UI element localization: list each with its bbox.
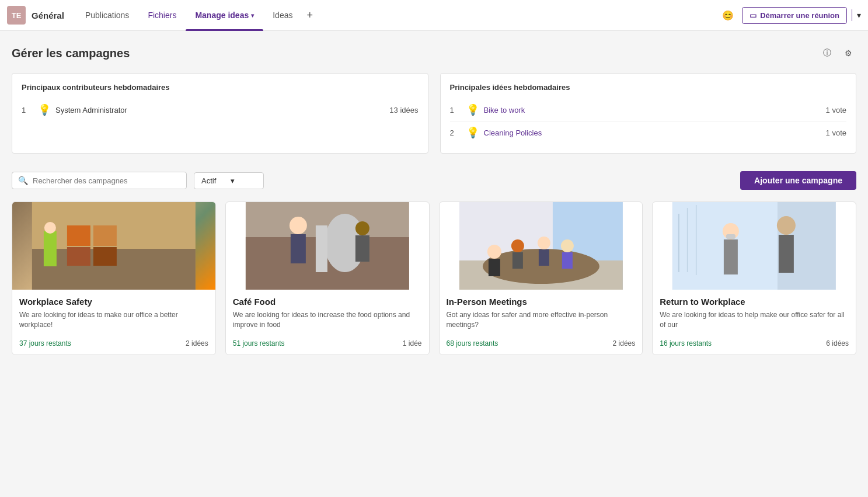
svg-rect-37	[779, 235, 794, 273]
top-ideas-panel: Principales idées hebdomadaires 1 💡 Bike…	[440, 73, 857, 154]
svg-rect-3	[93, 225, 117, 246]
card-desc-in-person-meetings: Got any ideas for safer and more effecti…	[447, 310, 636, 333]
nav-tab-fichiers[interactable]: Fichiers	[138, 0, 186, 31]
svg-rect-13	[291, 234, 306, 263]
card-days-in-person-meetings: 68 jours restants	[447, 339, 499, 347]
nav-tabs: Publications Fichiers Manage ideas ▾ Ide…	[76, 0, 318, 31]
campaign-card-workplace-safety[interactable]: Workplace Safety We are looking for idea…	[12, 201, 216, 355]
idea-votes-1: 1 vote	[826, 106, 846, 114]
idea-name-1[interactable]: Bike to work	[484, 106, 821, 114]
svg-point-14	[355, 221, 369, 235]
card-ideas-cafe-food: 1 idée	[403, 339, 422, 347]
card-image-in-person-meetings	[440, 202, 643, 290]
svg-rect-27	[562, 252, 572, 269]
svg-point-26	[560, 239, 573, 252]
manage-ideas-chevron: ▾	[251, 12, 254, 19]
contributor-icon-1: 💡	[38, 103, 51, 116]
top-navigation: TE Général Publications Fichiers Manage …	[0, 0, 868, 31]
svg-rect-34	[724, 239, 738, 274]
svg-point-22	[511, 239, 524, 252]
card-body-workplace-safety: Workplace Safety We are looking for idea…	[12, 290, 215, 354]
filter-bar: 🔍 Actif ▾ Ajouter une campagne	[12, 171, 856, 190]
svg-rect-21	[488, 259, 500, 276]
add-campaign-button[interactable]: Ajouter une campagne	[740, 171, 856, 190]
nav-tab-publications[interactable]: Publications	[76, 0, 139, 31]
svg-rect-6	[44, 231, 57, 266]
card-footer-in-person-meetings: 68 jours restants 2 idées	[447, 339, 636, 347]
card-image-cafe-food	[226, 202, 429, 290]
card-body-in-person-meetings: In-Person Meetings Got any ideas for saf…	[440, 290, 643, 354]
page-header: Gérer les campagnes ⓘ ⚙	[12, 45, 856, 61]
svg-point-20	[487, 245, 501, 259]
contributor-value-1: 13 idées	[389, 106, 418, 114]
svg-rect-15	[355, 235, 369, 262]
card-desc-cafe-food: We are looking for ideas to increase the…	[233, 310, 422, 333]
stats-section: Principaux contributeurs hebdomadaires 1…	[12, 73, 856, 154]
start-meeting-button[interactable]: ▭ Démarrer une réunion	[742, 7, 847, 24]
idea-rank-2: 2	[450, 128, 462, 137]
nav-tab-ideas[interactable]: Ideas	[263, 0, 302, 31]
top-idea-row-1: 1 💡 Bike to work 1 vote	[450, 99, 847, 121]
card-image-workplace-safety	[12, 202, 215, 290]
emoji-reaction-button[interactable]: 😊	[719, 6, 737, 25]
idea-name-2[interactable]: Cleaning Policies	[484, 128, 821, 137]
info-icon: ⓘ	[823, 48, 831, 58]
idea-votes-2: 1 vote	[826, 128, 846, 137]
card-footer-cafe-food: 51 jours restants 1 idée	[233, 339, 422, 347]
svg-rect-32	[696, 205, 697, 275]
search-box: 🔍	[12, 172, 187, 189]
card-body-cafe-food: Café Food We are looking for ideas to in…	[226, 290, 429, 354]
avatar: TE	[7, 6, 26, 25]
nav-tab-manage-ideas[interactable]: Manage ideas ▾	[186, 0, 263, 31]
idea-icon-1: 💡	[466, 103, 479, 116]
card-ideas-workplace-safety: 2 idées	[186, 339, 208, 347]
card-title-workplace-safety: Workplace Safety	[19, 297, 208, 307]
chevron-down-icon: ▾	[857, 11, 861, 20]
start-meeting-dropdown[interactable]: ▾	[852, 9, 861, 21]
card-ideas-in-person-meetings: 2 idées	[613, 339, 636, 347]
svg-point-7	[44, 222, 56, 234]
svg-point-24	[537, 237, 550, 249]
svg-rect-23	[512, 252, 522, 269]
svg-rect-5	[93, 247, 117, 266]
search-icon: 🔍	[18, 176, 28, 185]
svg-rect-11	[316, 225, 327, 272]
card-footer-workplace-safety: 37 jours restants 2 idées	[19, 339, 208, 347]
card-footer-return-to-workplace: 16 jours restants 6 idées	[660, 339, 849, 347]
contributor-name-1: System Administrator	[55, 106, 385, 114]
svg-point-36	[777, 216, 796, 235]
card-days-cafe-food: 51 jours restants	[233, 339, 285, 347]
campaign-card-return-to-workplace[interactable]: Return to Workplace We are looking for i…	[652, 201, 856, 355]
page-content: Gérer les campagnes ⓘ ⚙ Principaux contr…	[0, 31, 868, 369]
campaign-card-in-person-meetings[interactable]: In-Person Meetings Got any ideas for saf…	[439, 201, 643, 355]
add-tab-button[interactable]: +	[302, 0, 318, 31]
status-filter-dropdown[interactable]: Actif ▾	[194, 172, 264, 189]
card-body-return-to-workplace: Return to Workplace We are looking for i…	[653, 290, 856, 354]
svg-rect-35	[726, 234, 735, 239]
top-idea-row-2: 2 💡 Cleaning Policies 1 vote	[450, 121, 847, 144]
campaign-card-cafe-food[interactable]: Café Food We are looking for ideas to in…	[225, 201, 430, 355]
meeting-icon: ▭	[750, 11, 757, 20]
nav-right: 😊 ▭ Démarrer une réunion ▾	[719, 6, 861, 25]
page-icons: ⓘ ⚙	[819, 45, 856, 61]
idea-rank-1: 1	[450, 106, 462, 114]
card-title-return-to-workplace: Return to Workplace	[660, 297, 849, 307]
settings-button[interactable]: ⚙	[840, 45, 856, 61]
idea-icon-2: 💡	[466, 126, 479, 139]
card-days-return-to-workplace: 16 jours restants	[660, 339, 712, 347]
info-button[interactable]: ⓘ	[819, 45, 835, 61]
card-title-cafe-food: Café Food	[233, 297, 422, 307]
contributors-panel: Principaux contributeurs hebdomadaires 1…	[12, 73, 428, 154]
campaigns-grid: Workplace Safety We are looking for idea…	[12, 201, 856, 355]
svg-rect-4	[67, 247, 90, 266]
card-desc-workplace-safety: We are looking for ideas to make our off…	[19, 310, 208, 333]
page-title: Gérer les campagnes	[12, 47, 130, 60]
contributor-rank-1: 1	[22, 106, 33, 114]
search-input[interactable]	[33, 176, 180, 185]
svg-rect-30	[678, 214, 679, 272]
card-title-in-person-meetings: In-Person Meetings	[447, 297, 636, 307]
contributor-row-1: 1 💡 System Administrator 13 idées	[22, 99, 419, 121]
contributors-title: Principaux contributeurs hebdomadaires	[22, 83, 419, 92]
card-image-return-to-workplace	[653, 202, 856, 290]
top-ideas-title: Principales idées hebdomadaires	[450, 83, 847, 92]
